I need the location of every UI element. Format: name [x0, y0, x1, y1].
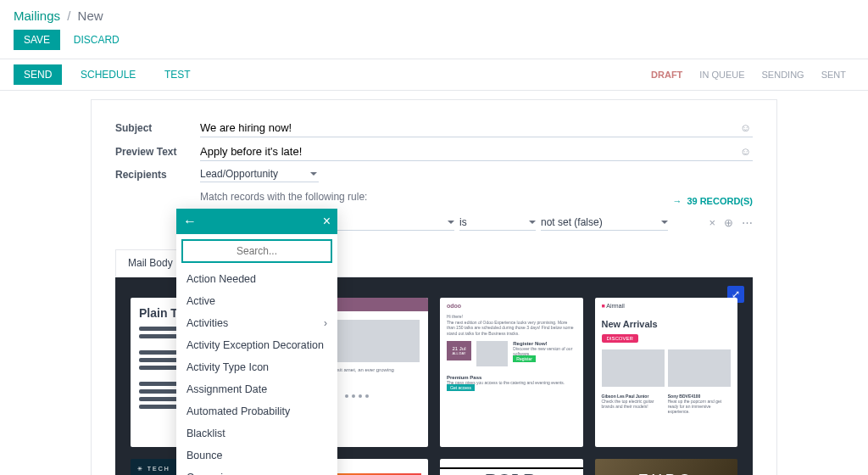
save-button[interactable]: SAVE: [14, 30, 60, 50]
subject-input[interactable]: [200, 119, 753, 137]
discard-button[interactable]: DISCARD: [64, 30, 130, 50]
stage-in-queue[interactable]: IN QUEUE: [691, 66, 753, 83]
back-icon[interactable]: ←: [183, 214, 197, 229]
emoji-icon[interactable]: ☺: [740, 121, 751, 134]
arrow-right-icon: →: [672, 196, 682, 206]
dropdown-item[interactable]: Assignment Date: [176, 378, 337, 400]
template-newsletter[interactable]: odoo Hi there!The next edition of Odoo E…: [440, 298, 583, 447]
form-sheet: Subject ☺ Preview Text ☺ Recipients Lead…: [91, 99, 777, 475]
dropdown-item[interactable]: Activity Exception Decoration: [176, 334, 337, 356]
dropdown-item[interactable]: Bounce: [176, 444, 337, 467]
dropdown-item[interactable]: Campaign›: [176, 467, 337, 475]
add-rule-icon[interactable]: ⊕: [724, 216, 733, 229]
schedule-button[interactable]: SCHEDULE: [70, 64, 146, 85]
delete-rule-icon[interactable]: ×: [709, 216, 715, 229]
breadcrumb-root[interactable]: Mailings: [14, 8, 60, 23]
chevron-right-icon: ›: [324, 317, 327, 329]
preview-input[interactable]: [200, 142, 753, 161]
dropdown-item[interactable]: Activities›: [176, 312, 337, 334]
dropdown-item[interactable]: Activity Type Icon: [176, 356, 337, 378]
breadcrumb-current: New: [78, 8, 103, 23]
more-rule-icon[interactable]: ⋯: [742, 216, 753, 229]
dropdown-search-input[interactable]: [181, 239, 332, 263]
template-bold[interactable]: BOLD: [440, 459, 583, 475]
stage-draft[interactable]: DRAFT: [643, 66, 691, 83]
dropdown-item[interactable]: Active: [176, 290, 337, 312]
dropdown-item[interactable]: Action Needed: [176, 268, 337, 290]
status-bar: DRAFT IN QUEUE SENDING SENT: [643, 66, 854, 83]
breadcrumb: Mailings / New: [14, 8, 854, 23]
emoji-icon[interactable]: ☺: [740, 145, 751, 158]
field-dropdown: ← × Action Needed Active Activities› Act…: [176, 209, 337, 475]
records-link[interactable]: → 39 RECORD(S): [672, 196, 753, 206]
tab-mail-body[interactable]: Mail Body: [115, 249, 186, 277]
template-expo[interactable]: EXPO: [595, 459, 738, 475]
preview-label: Preview Text: [115, 146, 200, 158]
dropdown-item[interactable]: Blacklist: [176, 422, 337, 444]
stage-sent[interactable]: SENT: [813, 66, 854, 83]
breadcrumb-sep: /: [67, 8, 70, 23]
recipients-label: Recipients: [115, 169, 200, 181]
recipients-select[interactable]: Lead/Opportunity: [200, 166, 319, 182]
template-airmail[interactable]: ■ Airmail New ArrivalsDISCOVER Gibson Le…: [595, 298, 738, 447]
match-hint: Match records with the following rule:: [200, 191, 753, 203]
chevron-right-icon: ›: [324, 472, 327, 475]
send-button[interactable]: SEND: [14, 64, 62, 85]
rule-operator-select[interactable]: is: [459, 215, 536, 231]
rule-value-select[interactable]: not set (false): [541, 215, 668, 231]
dropdown-item[interactable]: Automated Probability: [176, 400, 337, 422]
stage-sending[interactable]: SENDING: [754, 66, 813, 83]
test-button[interactable]: TEST: [154, 64, 201, 85]
subject-label: Subject: [115, 122, 200, 134]
close-icon[interactable]: ×: [323, 214, 331, 229]
dropdown-list: Action Needed Active Activities› Activit…: [176, 268, 337, 475]
